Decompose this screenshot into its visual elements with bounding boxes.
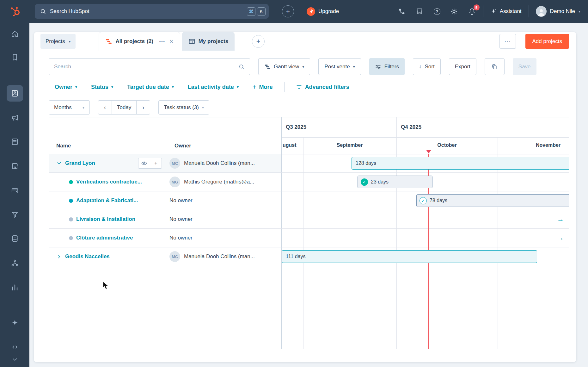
offscreen-bar-arrow[interactable]: →: [557, 215, 564, 223]
help-button[interactable]: ?: [434, 8, 440, 15]
project-name-link[interactable]: Geodis Naccelles: [65, 253, 110, 260]
bar-duration-label: 78 days: [430, 198, 447, 203]
gantt-bar[interactable]: 128 days: [352, 157, 569, 170]
assistant-button[interactable]: Assistant: [490, 8, 522, 15]
sidebar-item-data[interactable]: [0, 234, 29, 243]
timeline-nav-group: ‹ Today ›: [98, 100, 150, 115]
timeline-cell[interactable]: 111 days: [281, 247, 569, 266]
global-search[interactable]: ⌘ K: [35, 4, 269, 19]
add-task-button[interactable]: +: [150, 158, 162, 169]
upgrade-button[interactable]: Upgrade: [307, 7, 339, 16]
sidebar-item-bookmarks[interactable]: [0, 53, 29, 61]
global-search-input[interactable]: [50, 8, 243, 15]
left-navigation-rail: [0, 23, 29, 367]
topbar-divider: [483, 5, 483, 17]
today-marker-icon[interactable]: [426, 150, 431, 153]
expand-chevron-icon[interactable]: [56, 254, 62, 259]
timeline-cell[interactable]: 128 days: [281, 154, 569, 172]
timescale-dropdown[interactable]: Months ▾: [49, 100, 90, 115]
tab-all-projects[interactable]: All projects (2) ⋯ ×: [99, 32, 180, 51]
gantt-bar[interactable]: 111 days: [282, 250, 537, 263]
sidebar-item-crm[interactable]: [0, 85, 29, 102]
calling-button[interactable]: [398, 8, 405, 15]
preview-button[interactable]: [138, 158, 150, 169]
sidebar-item-reporting[interactable]: [0, 283, 29, 291]
notifications-button[interactable]: 5: [468, 7, 476, 16]
previous-period-button[interactable]: ‹: [98, 100, 112, 115]
advanced-filters-button[interactable]: Advanced filters: [296, 84, 349, 90]
table-row-project[interactable]: Grand Lyon + MC Manuela Dooh Collins (ma…: [49, 154, 569, 173]
task-name-link[interactable]: Adaptation & Fabricati...: [76, 197, 138, 204]
timeline-cell[interactable]: →: [281, 210, 569, 228]
timeline-cell[interactable]: →: [281, 229, 569, 247]
account-menu[interactable]: Demo Nile ▾: [536, 6, 580, 17]
sidebar-item-payments[interactable]: [0, 186, 29, 195]
close-tab-icon[interactable]: ×: [169, 37, 174, 46]
active-nav-tile: [7, 85, 23, 102]
table-row-task[interactable]: Livraison & Installation No owner →: [49, 210, 569, 229]
add-projects-button[interactable]: Add projects: [525, 34, 569, 49]
add-filter-button[interactable]: +More: [253, 84, 273, 91]
storefront-icon: [11, 162, 19, 170]
bookmark-icon: [11, 53, 19, 61]
filter-owner[interactable]: Owner▾: [55, 84, 77, 90]
table-row-project[interactable]: Geodis Naccelles MC Manuela Dooh Collins…: [49, 247, 569, 266]
tab-my-projects[interactable]: My projects: [182, 32, 235, 51]
sidebar-item-content[interactable]: [0, 138, 29, 146]
sort-button[interactable]: ↓ Sort: [413, 58, 441, 75]
today-button[interactable]: Today: [112, 100, 137, 115]
filter-status[interactable]: Status▾: [91, 84, 113, 90]
task-name-link[interactable]: Livraison & Installation: [76, 216, 135, 222]
sidebar-item-marketing[interactable]: [0, 114, 29, 122]
task-name-link[interactable]: Vérifications contractue...: [76, 179, 142, 185]
project-search[interactable]: [49, 58, 250, 75]
table-row-task[interactable]: Vérifications contractue... MG Mathis Gr…: [49, 173, 569, 191]
timeline-cell[interactable]: ✓ 23 days: [281, 173, 569, 191]
tab-options-icon[interactable]: ⋯: [159, 38, 165, 45]
settings-button[interactable]: [450, 8, 458, 15]
sidebar-item-home[interactable]: [0, 30, 29, 38]
sidebar-item-commerce[interactable]: [0, 162, 29, 170]
sidebar-item-automations[interactable]: [0, 211, 29, 219]
view-selector-dropdown[interactable]: Gantt view ▾: [258, 58, 310, 75]
offscreen-bar-arrow[interactable]: →: [557, 234, 564, 242]
timeline-cell[interactable]: ✓ 78 days: [281, 191, 569, 210]
quick-create-button[interactable]: +: [282, 5, 294, 17]
owner-avatar: MC: [169, 251, 180, 262]
chevron-down-icon: ▾: [202, 105, 204, 110]
sidebar-more-button[interactable]: [0, 355, 29, 364]
projects-dropdown-label: Projects: [46, 38, 65, 45]
completed-check-icon: ✓: [420, 197, 427, 204]
filters-button[interactable]: Filters: [369, 58, 405, 75]
clone-view-button[interactable]: [485, 58, 505, 75]
month-header: November: [536, 142, 560, 148]
projects-dropdown[interactable]: Projects ▾: [40, 34, 76, 49]
project-name-link[interactable]: Grand Lyon: [65, 160, 95, 166]
add-view-button[interactable]: +: [252, 35, 265, 48]
task-status-dropdown[interactable]: Task status (3) ▾: [158, 100, 209, 115]
table-row-task[interactable]: Adaptation & Fabricati... No owner ✓ 78 …: [49, 191, 569, 210]
sidebar-item-ai[interactable]: [0, 319, 29, 327]
chevron-down-icon: ▾: [353, 65, 355, 69]
table-row-task[interactable]: Clôture administrative No owner →: [49, 229, 569, 247]
sidebar-item-development[interactable]: [0, 343, 29, 351]
gantt-bar[interactable]: ✓ 23 days: [358, 176, 432, 188]
hubspot-logo[interactable]: [0, 6, 29, 17]
task-name-link[interactable]: Clôture administrative: [76, 235, 133, 241]
sidebar-item-workflows[interactable]: [0, 259, 29, 267]
filters-label: Filters: [384, 64, 399, 70]
next-period-button[interactable]: ›: [136, 100, 150, 115]
more-options-button[interactable]: ⋯: [499, 34, 516, 49]
export-button[interactable]: Export: [449, 58, 476, 75]
marketplace-button[interactable]: [415, 7, 424, 16]
gantt-bar[interactable]: ✓ 78 days: [416, 194, 569, 207]
projects-card: Projects ▾ All projects (2) ⋯ × My proje…: [34, 32, 576, 362]
filter-last-activity-date[interactable]: Last activity date▾: [188, 84, 239, 90]
filter-target-due-date[interactable]: Target due date▾: [127, 84, 174, 90]
pipeline-selector-label: Post vente: [324, 64, 350, 70]
pipeline-selector-dropdown[interactable]: Post vente ▾: [318, 58, 361, 75]
command-key-badge: ⌘: [247, 7, 255, 16]
save-view-button[interactable]: Save: [513, 58, 536, 75]
collapse-chevron-icon[interactable]: [56, 160, 62, 166]
project-search-input[interactable]: [54, 64, 238, 70]
